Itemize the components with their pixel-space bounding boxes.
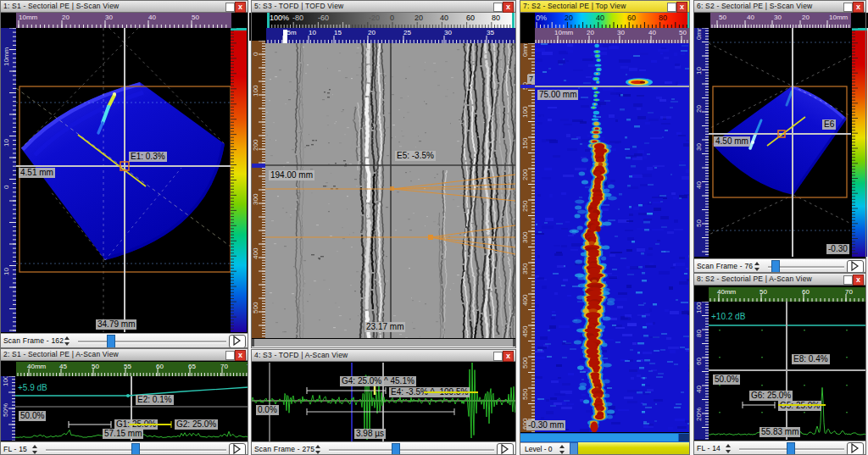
svg-text:20: 20 <box>587 29 594 36</box>
svg-text:100: 100 <box>252 85 259 97</box>
svg-text:25: 25 <box>403 29 411 36</box>
svg-text:400: 400 <box>252 247 259 259</box>
svg-text:100%: 100% <box>270 14 289 22</box>
svg-text:10: 10 <box>309 29 316 36</box>
svg-text:50: 50 <box>92 363 99 370</box>
svg-text:35: 35 <box>487 29 494 36</box>
svg-text:40: 40 <box>648 29 656 36</box>
svg-text:0mm: 0mm <box>521 43 529 57</box>
svg-text:20%: 20% <box>695 408 703 421</box>
svg-text:30: 30 <box>444 29 452 36</box>
svg-text:200: 200 <box>252 139 259 151</box>
svg-text:10mm: 10mm <box>554 29 574 36</box>
svg-text:0: 0 <box>3 185 10 189</box>
svg-text:500: 500 <box>521 357 529 369</box>
svg-text:80: 80 <box>695 330 703 337</box>
svg-text:45: 45 <box>59 363 67 370</box>
svg-text:500: 500 <box>252 302 259 314</box>
svg-text:65: 65 <box>188 363 196 370</box>
svg-text:0: 0 <box>390 14 394 22</box>
svg-text:60: 60 <box>156 363 164 370</box>
svg-text:300: 300 <box>252 193 259 205</box>
svg-text:40: 40 <box>747 14 754 21</box>
svg-text:100: 100 <box>695 302 703 314</box>
svg-text:100: 100 <box>2 376 9 386</box>
svg-text:0mm: 0mm <box>695 28 703 40</box>
svg-text:50: 50 <box>719 14 726 21</box>
svg-text:350: 350 <box>521 263 529 275</box>
svg-text:55: 55 <box>124 363 131 370</box>
svg-text:60: 60 <box>695 358 703 365</box>
svg-text:0: 0 <box>252 52 259 56</box>
svg-text:40mm: 40mm <box>717 288 737 296</box>
svg-text:10: 10 <box>3 268 10 275</box>
svg-text:300: 300 <box>521 231 529 243</box>
svg-text:60: 60 <box>466 14 475 22</box>
svg-text:100: 100 <box>521 106 529 118</box>
svg-text:250: 250 <box>521 200 529 212</box>
svg-text:50: 50 <box>192 14 199 21</box>
svg-text:60: 60 <box>627 14 636 22</box>
svg-text:200: 200 <box>521 169 529 180</box>
svg-text:10mm: 10mm <box>3 47 10 66</box>
svg-text:80: 80 <box>492 14 500 22</box>
svg-text:20: 20 <box>368 29 376 36</box>
svg-text:75: 75 <box>247 363 248 370</box>
svg-text:-20: -20 <box>369 14 380 22</box>
svg-text:40: 40 <box>695 386 703 393</box>
svg-text:40: 40 <box>148 14 156 21</box>
svg-text:40: 40 <box>695 181 703 189</box>
svg-text:70: 70 <box>845 288 853 296</box>
svg-text:20: 20 <box>695 105 703 113</box>
svg-text:10mm: 10mm <box>829 14 849 21</box>
svg-text:40mm: 40mm <box>27 363 47 370</box>
svg-text:30: 30 <box>774 14 782 21</box>
svg-text:40: 40 <box>596 14 604 22</box>
svg-text:0%: 0% <box>536 14 547 22</box>
svg-text:-60: -60 <box>318 14 329 22</box>
svg-text:40: 40 <box>440 14 448 22</box>
svg-text:30: 30 <box>695 143 703 151</box>
svg-text:30: 30 <box>617 29 625 36</box>
svg-text:20: 20 <box>565 14 573 22</box>
svg-text:450: 450 <box>521 325 529 337</box>
svg-text:20: 20 <box>415 14 423 22</box>
svg-text:60: 60 <box>802 288 810 296</box>
svg-text:50%: 50% <box>2 403 9 417</box>
svg-text:70: 70 <box>220 363 228 370</box>
svg-text:10: 10 <box>695 67 703 75</box>
svg-text:20: 20 <box>802 14 810 21</box>
svg-text:50: 50 <box>760 288 767 296</box>
svg-text:15: 15 <box>334 29 342 36</box>
svg-text:150: 150 <box>521 137 529 149</box>
svg-text:550: 550 <box>521 388 529 400</box>
svg-text:-80: -80 <box>292 14 303 22</box>
svg-text:50: 50 <box>679 29 687 36</box>
svg-text:20: 20 <box>62 14 70 21</box>
svg-text:400: 400 <box>521 294 529 306</box>
svg-text:10mm: 10mm <box>19 14 38 21</box>
svg-text:30: 30 <box>105 14 113 21</box>
svg-text:10: 10 <box>3 139 10 147</box>
svg-text:80: 80 <box>659 14 667 22</box>
svg-text:50: 50 <box>695 219 703 227</box>
